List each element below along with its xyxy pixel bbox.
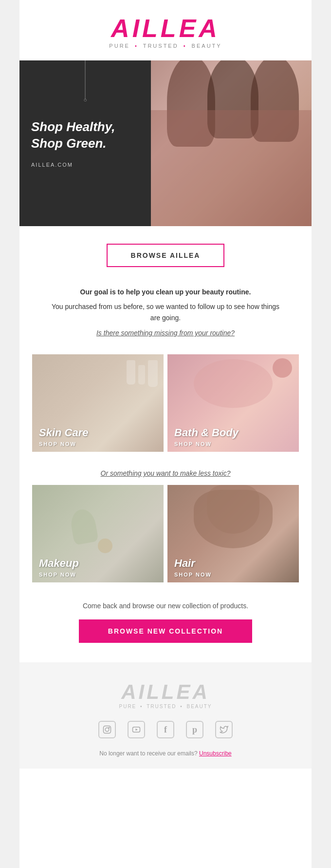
logo-tagline: PURE • TRUSTED • BEAUTY bbox=[29, 43, 302, 49]
dot2: • bbox=[184, 43, 187, 49]
collection-section: Come back and browse our new collection … bbox=[19, 590, 312, 662]
bath-body-cta: SHOP NOW bbox=[174, 441, 239, 447]
collection-text: Come back and browse our new collection … bbox=[29, 602, 302, 610]
email-header: AILLEA PURE • TRUSTED • BEAUTY bbox=[19, 0, 312, 60]
hair-title: Hair bbox=[174, 557, 212, 570]
footer-tagline: PURE • TRUSTED • BEAUTY bbox=[29, 704, 302, 709]
footer-dot1: • bbox=[140, 704, 143, 709]
hero-banner: Shop Healthy, Shop Green. AILLEA.COM bbox=[19, 60, 312, 226]
makeup-card[interactable]: Makeup SHOP NOW bbox=[32, 485, 164, 582]
svg-point-1 bbox=[105, 728, 109, 732]
product-grid-row2: Makeup SHOP NOW Hair SHOP NOW bbox=[19, 485, 312, 590]
hero-website-url: AILLEA.COM bbox=[31, 162, 139, 168]
makeup-cta: SHOP NOW bbox=[39, 572, 79, 578]
hero-pendant-decoration bbox=[85, 60, 86, 99]
makeup-title: Makeup bbox=[39, 557, 79, 570]
question2-text[interactable]: Or something you want to make less toxic… bbox=[101, 469, 231, 477]
bath-body-card[interactable]: Bath & Body SHOP NOW bbox=[167, 354, 299, 452]
svg-point-2 bbox=[109, 727, 110, 728]
hero-light-panel bbox=[151, 60, 312, 226]
twitter-icon[interactable] bbox=[215, 721, 233, 738]
svg-rect-0 bbox=[104, 726, 111, 733]
skin-care-content: Skin Care SHOP NOW bbox=[39, 426, 89, 447]
hair-content: Hair SHOP NOW bbox=[174, 557, 212, 578]
footer-dot2: • bbox=[180, 704, 183, 709]
headline-text: Our goal is to help you clean up your be… bbox=[49, 287, 282, 297]
skin-care-card[interactable]: Skin Care SHOP NOW bbox=[32, 354, 164, 452]
email-footer: AILLEA PURE • TRUSTED • BEAUTY f bbox=[19, 662, 312, 769]
subtext: You purchased from us before, so we want… bbox=[49, 301, 282, 323]
pinterest-icon[interactable]: p bbox=[186, 721, 203, 738]
unsubscribe-text: No longer want to receive our emails? bbox=[99, 750, 197, 757]
skin-care-cta: SHOP NOW bbox=[39, 441, 89, 447]
makeup-content: Makeup SHOP NOW bbox=[39, 557, 79, 578]
facebook-icon[interactable]: f bbox=[157, 721, 174, 738]
product-grid-row1: Skin Care SHOP NOW Bath & Body SHOP NOW bbox=[19, 354, 312, 460]
youtube-icon[interactable] bbox=[128, 721, 145, 738]
question1-text[interactable]: Is there something missing from your rou… bbox=[49, 329, 282, 337]
social-icons-row: f p bbox=[29, 721, 302, 738]
email-container: AILLEA PURE • TRUSTED • BEAUTY Shop Heal… bbox=[19, 0, 312, 868]
bath-body-title: Bath & Body bbox=[174, 426, 239, 439]
unsubscribe-link[interactable]: Unsubscribe bbox=[199, 750, 232, 757]
footer-logo: AILLEA bbox=[29, 682, 302, 702]
browse-section: BROWSE AILLEA bbox=[19, 226, 312, 277]
svg-marker-4 bbox=[136, 729, 138, 731]
body-text-section: Our goal is to help you clean up your be… bbox=[19, 277, 312, 354]
dot1: • bbox=[135, 43, 138, 49]
browse-aillea-button[interactable]: BROWSE AILLEA bbox=[107, 244, 225, 267]
question2-section: Or something you want to make less toxic… bbox=[19, 460, 312, 485]
hero-dark-panel: Shop Healthy, Shop Green. AILLEA.COM bbox=[19, 60, 151, 226]
logo: AILLEA bbox=[29, 16, 302, 41]
skin-care-title: Skin Care bbox=[39, 426, 89, 439]
hair-card[interactable]: Hair SHOP NOW bbox=[167, 485, 299, 582]
browse-new-collection-button[interactable]: BROWSE NEW COLLECTION bbox=[79, 619, 252, 643]
hair-cta: SHOP NOW bbox=[174, 572, 212, 578]
instagram-icon[interactable] bbox=[98, 721, 116, 738]
unsubscribe-section: No longer want to receive our emails? Un… bbox=[29, 750, 302, 757]
hero-title: Shop Healthy, Shop Green. bbox=[31, 119, 139, 152]
bath-body-content: Bath & Body SHOP NOW bbox=[174, 426, 239, 447]
